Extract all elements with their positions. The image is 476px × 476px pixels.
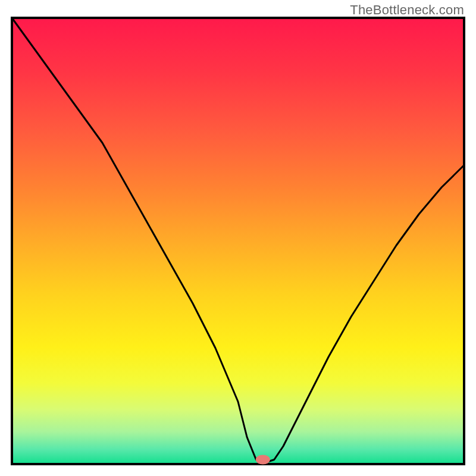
plot-background — [13, 19, 463, 463]
chart-frame: TheBottleneck.com — [0, 0, 476, 476]
watermark-text: TheBottleneck.com — [350, 2, 464, 18]
bottleneck-chart — [0, 0, 476, 476]
optimal-marker — [256, 455, 270, 465]
